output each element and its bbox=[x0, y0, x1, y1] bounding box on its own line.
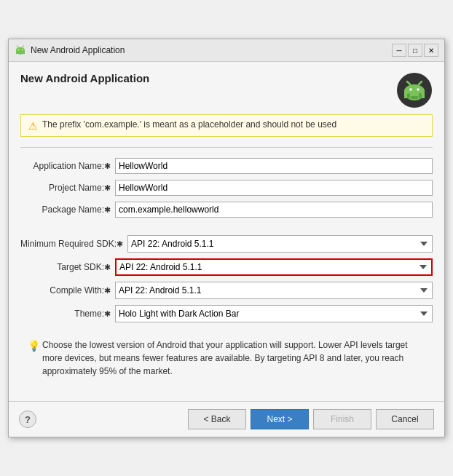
app-name-input[interactable] bbox=[115, 158, 433, 174]
button-bar: ? < Back Next > Finish Cancel bbox=[9, 401, 444, 437]
compile-with-row: Compile With:✱ API 22: Android 5.1.1 bbox=[20, 282, 433, 299]
close-button[interactable]: ✕ bbox=[424, 44, 438, 57]
svg-point-2 bbox=[16, 47, 25, 53]
window-icon bbox=[15, 44, 26, 56]
title-bar-left: New Android Application bbox=[15, 44, 125, 56]
project-name-input[interactable] bbox=[115, 180, 433, 196]
theme-label: Theme:✱ bbox=[20, 309, 115, 319]
package-name-input[interactable] bbox=[115, 202, 433, 218]
svg-line-5 bbox=[17, 46, 19, 47]
dialog-window: New Android Application ─ □ ✕ New Androi… bbox=[8, 39, 445, 437]
min-sdk-row: Minimum Required SDK:✱ API 22: Android 5… bbox=[20, 235, 433, 253]
project-name-label: Project Name:✱ bbox=[20, 183, 115, 193]
target-sdk-required: ✱ bbox=[104, 263, 111, 271]
target-sdk-select[interactable]: API 22: Android 5.1.1 bbox=[115, 258, 433, 276]
project-name-row: Project Name:✱ bbox=[20, 180, 433, 196]
package-name-label: Package Name:✱ bbox=[20, 205, 115, 215]
warning-text: The prefix 'com.example.' is meant as a … bbox=[42, 119, 336, 130]
svg-line-6 bbox=[23, 46, 24, 47]
title-bar: New Android Application ─ □ ✕ bbox=[9, 39, 444, 62]
compile-with-label: Compile With:✱ bbox=[20, 285, 115, 295]
svg-rect-15 bbox=[407, 93, 410, 99]
title-bar-controls: ─ □ ✕ bbox=[392, 44, 438, 57]
info-text: Choose the lowest version of Android tha… bbox=[42, 340, 408, 376]
theme-required: ✱ bbox=[104, 309, 111, 318]
next-button[interactable]: Next > bbox=[251, 409, 309, 429]
compile-with-required: ✱ bbox=[104, 286, 111, 295]
dialog-content: New Android Application ⚠ The prefix 'co… bbox=[9, 62, 444, 401]
text-fields-section: Application Name:✱ Project Name:✱ Packag… bbox=[20, 158, 433, 218]
app-name-row: Application Name:✱ bbox=[20, 158, 433, 174]
min-sdk-required: ✱ bbox=[117, 239, 123, 248]
package-name-row: Package Name:✱ bbox=[20, 202, 433, 218]
android-logo bbox=[396, 72, 433, 108]
window-title: New Android Application bbox=[31, 45, 125, 55]
nav-buttons: < Back Next > Finish Cancel bbox=[188, 409, 434, 429]
warning-box: ⚠ The prefix 'com.example.' is meant as … bbox=[20, 114, 433, 137]
svg-rect-17 bbox=[411, 96, 418, 99]
info-box: 💡 Choose the lowest version of Android t… bbox=[20, 333, 433, 384]
compile-with-select[interactable]: API 22: Android 5.1.1 bbox=[115, 282, 433, 299]
svg-point-12 bbox=[417, 88, 419, 91]
back-button[interactable]: < Back bbox=[188, 409, 246, 429]
info-icon: 💡 bbox=[28, 338, 40, 354]
svg-point-4 bbox=[22, 49, 23, 51]
theme-select[interactable]: Holo Light with Dark Action Bar bbox=[115, 305, 433, 322]
section-divider bbox=[20, 147, 433, 148]
project-name-required: ✱ bbox=[104, 183, 111, 192]
theme-row: Theme:✱ Holo Light with Dark Action Bar bbox=[20, 305, 433, 322]
svg-rect-16 bbox=[419, 93, 422, 99]
page-title: New Android Application bbox=[20, 72, 149, 84]
help-button[interactable]: ? bbox=[19, 410, 36, 428]
min-sdk-label: Minimum Required SDK:✱ bbox=[20, 239, 127, 249]
svg-point-11 bbox=[409, 88, 412, 91]
dropdowns-section: Minimum Required SDK:✱ API 22: Android 5… bbox=[20, 235, 433, 322]
cancel-button[interactable]: Cancel bbox=[376, 409, 434, 429]
maximize-button[interactable]: □ bbox=[408, 44, 422, 57]
page-header: New Android Application bbox=[20, 72, 433, 108]
target-sdk-row: Target SDK:✱ API 22: Android 5.1.1 bbox=[20, 258, 433, 276]
finish-button[interactable]: Finish bbox=[313, 409, 371, 429]
app-name-label: Application Name:✱ bbox=[20, 161, 115, 171]
minimize-button[interactable]: ─ bbox=[392, 44, 406, 57]
min-sdk-select[interactable]: API 22: Android 5.1.1 bbox=[127, 235, 433, 253]
package-name-required: ✱ bbox=[104, 205, 111, 214]
target-sdk-label: Target SDK:✱ bbox=[20, 262, 115, 272]
warning-icon: ⚠ bbox=[28, 120, 38, 132]
app-name-required: ✱ bbox=[104, 162, 111, 170]
svg-point-3 bbox=[18, 49, 20, 51]
